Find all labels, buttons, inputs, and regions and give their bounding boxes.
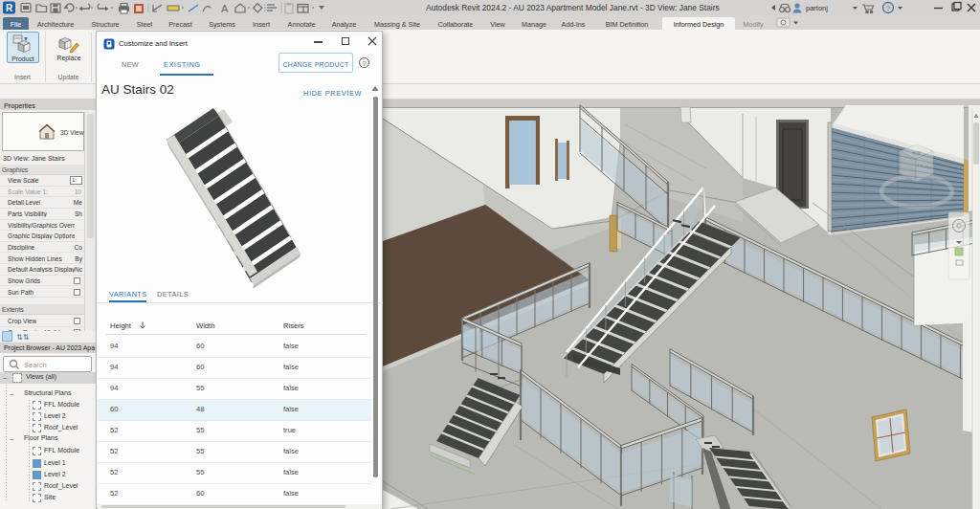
svg-text:W: W <box>885 201 891 207</box>
svg-text:partonj: partonj <box>806 4 828 12</box>
svg-text:⇅⇅: ⇅⇅ <box>16 333 30 342</box>
svg-text:R: R <box>6 3 13 13</box>
svg-text:S: S <box>941 205 945 210</box>
svg-text:A: A <box>221 3 229 14</box>
svg-text:?: ? <box>886 4 891 12</box>
